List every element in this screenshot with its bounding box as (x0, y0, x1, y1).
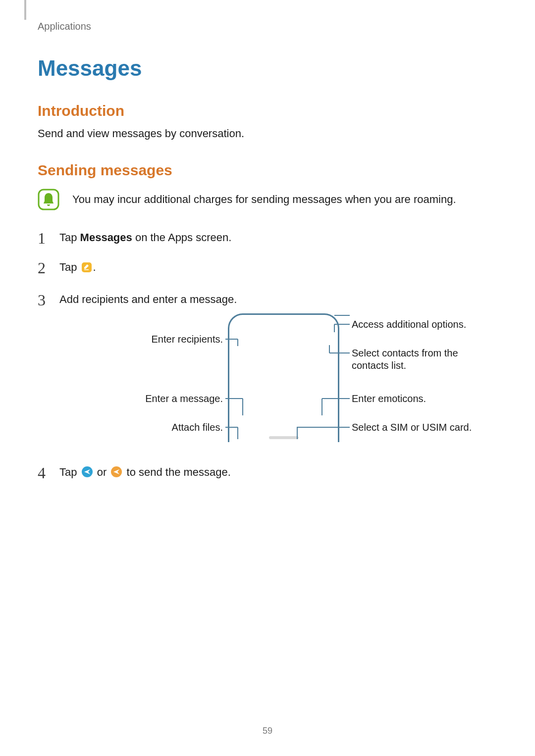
step-1-post: on the Apps screen. (132, 231, 232, 244)
section-heading-sending: Sending messages (38, 162, 497, 179)
bell-icon (38, 189, 59, 210)
step-3-text: Add recipients and enter a message. (59, 293, 237, 305)
step-1-bold: Messages (80, 231, 132, 244)
step-2: Tap . (38, 260, 497, 277)
callout-lines (89, 311, 485, 450)
intro-body: Send and view messages by conversation. (38, 126, 497, 141)
step-1: Tap Messages on the Apps screen. (38, 230, 497, 246)
page-title: Messages (38, 56, 497, 81)
compose-icon (81, 262, 92, 277)
breadcrumb: Applications (38, 21, 497, 32)
step-2-pre: Tap (59, 261, 80, 273)
send-orange-icon (110, 466, 122, 482)
step-4-pre: Tap (59, 466, 80, 478)
compose-diagram: Enter recipients. Enter a message. Attac… (89, 311, 485, 450)
step-4-mid: or (97, 466, 110, 478)
page-number: 59 (0, 726, 535, 736)
section-heading-introduction: Introduction (38, 102, 497, 119)
send-blue-icon (81, 466, 93, 482)
roaming-note: You may incur additional charges for sen… (38, 189, 497, 210)
note-text: You may incur additional charges for sen… (72, 192, 456, 207)
step-1-pre: Tap (59, 231, 80, 244)
step-4-post: to send the message. (127, 466, 231, 478)
step-2-post: . (93, 261, 96, 273)
steps-list: Tap Messages on the Apps screen. Tap . A… (38, 230, 497, 482)
page-content: Applications Messages Introduction Send … (0, 0, 535, 482)
step-3: Add recipients and enter a message. Ente… (38, 292, 497, 450)
step-4: Tap or to send the message. (38, 465, 497, 482)
svg-rect-2 (84, 269, 89, 270)
margin-tick (24, 0, 26, 20)
